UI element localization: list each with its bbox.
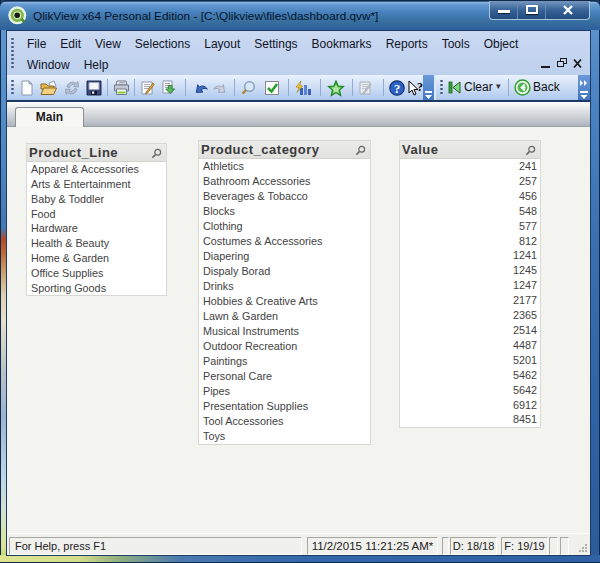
svg-text:?: ?	[394, 82, 400, 96]
